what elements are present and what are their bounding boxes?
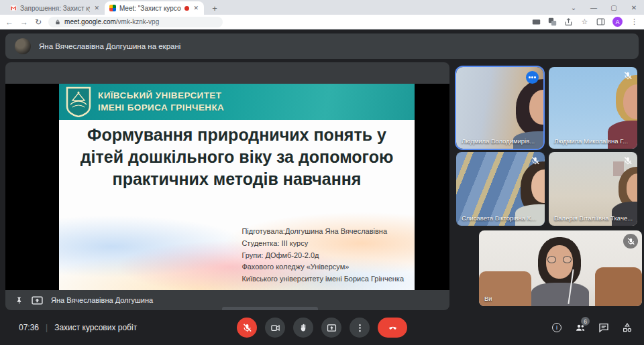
author-line: Групи: ДОфмб-20-2.0д [241,250,404,262]
close-button[interactable]: ✕ [624,4,644,11]
self-tile[interactable]: Ви [479,230,642,306]
url-path: /vmk-kznk-vpg [116,18,159,25]
forward-icon[interactable]: → [20,18,28,26]
tile-more-menu-icon[interactable] [526,71,539,84]
slide-title: Формування природничих понять у дітей до… [79,124,394,190]
clock-time: 07:36 [19,323,39,332]
participant-name: Валерія Віталіївна Ткаче... [554,214,633,222]
minimize-button[interactable]: — [584,4,604,11]
media-controls-icon[interactable] [532,17,541,26]
url-host: meet.google.com [64,18,116,25]
participants-button[interactable]: 6 [574,322,586,334]
profile-avatar[interactable]: A [612,17,623,27]
tab-gmail[interactable]: Запрошення: Захист курсових робіт ✕ [5,1,105,15]
presenter-name: Яна Вячеславівна Долгушина [51,296,153,304]
toolbar-right: ☆ A ⋮ [532,17,639,27]
tab-strip: Запрошення: Захист курсових робіт ✕ Meet… [0,0,644,15]
participant-tile[interactable]: Єлисавета Вікторівна К... [456,152,545,226]
tab-title: Запрошення: Захист курсових робіт [20,5,90,12]
pin-icon[interactable] [15,296,23,305]
call-controls [237,318,407,338]
browser-toolbar: ← → ↻ meet.google.com/vmk-kznk-vpg ☆ A ⋮ [0,15,644,29]
present-button[interactable] [321,318,341,338]
mic-off-icon [623,71,633,80]
tab-close-icon[interactable]: ✕ [93,5,100,11]
screen-share-notification: Яна Вячеславівна Долгушина на екрані [5,33,639,59]
new-tab-button[interactable]: + [208,1,221,15]
participant-tile[interactable]: Валерія Віталіївна Ткаче... [549,152,637,226]
side-panel-icon[interactable] [596,17,605,26]
mic-off-icon [531,156,540,165]
slide-author-block: Підготувала:Долгушина Яна Вячеславівна С… [241,226,404,285]
mic-button[interactable] [237,318,257,338]
mic-off-icon [623,156,633,165]
chat-button[interactable] [598,322,610,334]
participant-tile[interactable]: Людмила Володимирів... [456,67,543,149]
meet-icon [109,5,116,11]
author-line: Підготувала:Долгушина Яна Вячеславівна [241,226,404,238]
browser-menu-chevron-icon[interactable]: ⌄ [564,4,584,11]
lock-icon [55,19,60,25]
author-line: Київського університету імені Бориса Грі… [241,273,404,285]
background-couch [595,267,642,306]
mic-off-icon [623,234,638,249]
info-icon: i [552,323,561,332]
footer-right: i 6 [551,322,633,334]
meeting-details-button[interactable]: i [551,322,563,334]
recording-indicator-icon [184,6,189,11]
translate-icon[interactable] [548,17,557,26]
presentation-slide: КИЇВСЬКИЙ УНІВЕРСИТЕТ ІМЕНІ БОРИСА ГРІНЧ… [59,84,415,290]
maximize-button[interactable]: ▢ [604,4,624,11]
activities-button[interactable] [621,322,633,334]
tab-close-icon[interactable]: ✕ [193,5,199,11]
university-name: КИЇВСЬКИЙ УНІВЕРСИТЕТ ІМЕНІ БОРИСА ГРІНЧ… [98,90,224,113]
browser-window: Запрошення: Захист курсових робіт ✕ Meet… [0,0,644,345]
divider: | [46,323,48,332]
address-bar[interactable]: meet.google.com/vmk-kznk-vpg [48,17,223,27]
raise-hand-button[interactable] [293,318,313,338]
activities-icon [622,322,633,333]
camera-button[interactable] [265,318,285,338]
browser-menu-icon[interactable]: ⋮ [630,17,639,26]
tab-meet[interactable]: Meet: "Захист курсових робіт" ✕ [105,1,204,15]
slide-header: КИЇВСЬКИЙ УНІВЕРСИТЕТ ІМЕНІ БОРИСА ГРІНЧ… [59,84,415,120]
notification-text: Яна Вячеславівна Долгушина на екрані [39,42,180,50]
participant-name: Людмила Миколаївна Г... [554,137,628,145]
presenter-avatar [15,38,31,54]
glasses [547,256,572,264]
participant-name: Людмила Володимирів... [462,137,535,145]
present-box-icon [32,296,43,305]
meeting-info: 07:36 | Захист курсових робіт [19,323,137,332]
back-icon[interactable]: ← [5,18,13,26]
university-line2: ІМЕНІ БОРИСА ГРІНЧЕНКА [98,102,224,114]
share-icon[interactable] [564,17,573,26]
university-logo [66,86,91,117]
chat-icon [598,322,609,333]
participant-name: Ви [484,295,492,302]
window-controls: ⌄ — ▢ ✕ [564,0,644,15]
slide-body: Формування природничих понять у дітей до… [59,124,415,290]
presentation-stage[interactable]: КИЇВСЬКИЙ УНІВЕРСИТЕТ ІМЕНІ БОРИСА ГРІНЧ… [5,62,449,310]
university-line1: КИЇВСЬКИЙ УНІВЕРСИТЕТ [98,90,224,102]
shared-screen-video: КИЇВСЬКИЙ УНІВЕРСИТЕТ ІМЕНІ БОРИСА ГРІНЧ… [5,84,449,290]
participant-tile[interactable]: Людмила Миколаївна Г... [549,67,637,149]
participant-name: Єлисавета Вікторівна К... [462,214,536,222]
url-text: meet.google.com/vmk-kznk-vpg [64,18,159,25]
hang-up-button[interactable] [378,318,407,338]
more-options-button[interactable] [350,318,370,338]
author-line: Фахового коледжу «Універсум» [241,261,404,273]
participants-count-badge: 6 [581,317,590,326]
author-line: Студентка: ІІІ курсу [241,238,404,250]
tab-title: Meet: "Захист курсових робіт" [119,5,181,12]
bookmark-star-icon[interactable]: ☆ [580,17,589,26]
meeting-name: Захист курсових робіт [54,323,137,332]
gmail-icon [10,5,17,11]
reload-icon[interactable]: ↻ [35,18,42,26]
meet-app: Яна Вячеславівна Долгушина на екрані [0,30,644,345]
meeting-footer: 07:36 | Захист курсових робіт [0,310,644,345]
